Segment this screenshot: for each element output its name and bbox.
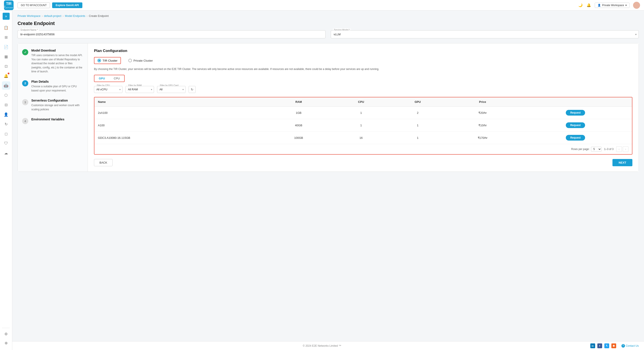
sidebar-item-alert[interactable]: 🔔: [2, 72, 10, 80]
notifications-icon[interactable]: 🔔: [586, 3, 591, 8]
sidebar-item-ai[interactable]: 🤖: [2, 81, 10, 90]
cell-gpu-0: 2: [389, 107, 446, 119]
cell-cpu-2: 16: [333, 132, 389, 144]
table-row: A100 40GB 1 1 ₹10/hr Request: [94, 119, 632, 132]
step-2-desc: Choose a suitable plan of GPU or CPU bas…: [31, 84, 83, 93]
workspace-selector[interactable]: 👤 Private Workspace ▾: [595, 3, 630, 8]
sidebar-item-clipboard[interactable]: 📋: [2, 24, 10, 32]
contact-icon: ?: [622, 344, 625, 347]
explore-genai-button[interactable]: Explore GenAI API: [52, 3, 82, 8]
cluster-description: By choosing the TIR Cluster, your servic…: [94, 67, 632, 71]
plan-table: Name RAM CPU GPU Price 2xA100 1GB 1: [94, 97, 632, 144]
step-4: 4 Environment Variables: [22, 118, 83, 124]
filter-gpu-select[interactable]: All A100 H100: [157, 86, 186, 93]
step-2-title: Plan Details: [31, 80, 83, 83]
cell-price-0: ₹20/hr: [446, 107, 519, 119]
serving-model-select[interactable]: vLLM Triton Custom: [331, 30, 639, 38]
linkedin-icon[interactable]: in: [590, 343, 595, 348]
cell-price-2: ₹170/hr: [446, 132, 519, 144]
sidebar-item-table[interactable]: ⊟: [2, 101, 10, 109]
pagination-info: 1–3 of 3: [604, 148, 614, 151]
nav-buttons: GO TO MYACCOUNT Explore GenAI API: [18, 3, 82, 8]
sidebar-item-sync[interactable]: ↻: [2, 120, 10, 128]
chevron-right-icon: »: [5, 14, 7, 18]
cell-action-0: Request: [519, 107, 632, 119]
sidebar-item-dashboard[interactable]: ⊞: [2, 33, 10, 42]
logo: TIR AI PLATFORM: [4, 1, 14, 10]
step-3-circle: 3: [22, 99, 28, 105]
serving-model-select-wrapper: vLLM Triton Custom ▾: [331, 30, 639, 38]
sidebar: » 📋 ⊞ 📄 ▦ ⊡ 🔔 🤖 ⬡ ⊟ 👤 ↻ ◻ 🛡 ☁ ⚙ ⊕: [0, 11, 12, 350]
table-header: Name RAM CPU GPU Price: [94, 97, 632, 107]
sidebar-item-shield[interactable]: 🛡: [2, 139, 10, 148]
cell-ram-2: 100GB: [264, 132, 333, 144]
col-ram: RAM: [264, 97, 333, 107]
breadcrumb-create-endpoint: Create Endpoint: [89, 15, 109, 18]
breadcrumb-default-project[interactable]: default-project: [44, 15, 61, 18]
cell-ram-1: 40GB: [264, 119, 333, 132]
avatar[interactable]: [633, 2, 640, 9]
request-button-2[interactable]: Request: [566, 135, 585, 140]
filter-ram-select[interactable]: All RAM 1GB 8GB 16GB 32GB 40GB 100GB: [126, 86, 154, 93]
theme-toggle-icon[interactable]: 🌙: [578, 3, 583, 8]
action-row: BACK NEXT: [94, 159, 632, 166]
page-title: Create Endpoint: [18, 21, 639, 26]
next-button[interactable]: NEXT: [612, 159, 632, 166]
tir-cluster-tab[interactable]: TIR Cluster: [94, 57, 121, 64]
sidebar-item-settings[interactable]: ⚙: [2, 330, 10, 338]
back-button[interactable]: BACK: [94, 159, 112, 166]
col-price: Price: [446, 97, 519, 107]
sidebar-item-layers[interactable]: ⊡: [2, 62, 10, 70]
footer-right: in f 𝕏 ◉ ? Contact Us: [590, 343, 639, 348]
contact-label: Contact Us: [626, 344, 639, 347]
sidebar-item-box[interactable]: ◻: [2, 130, 10, 138]
main-content: Private Workspace › default-project › Mo…: [12, 11, 644, 350]
sidebar-item-nodes[interactable]: ⬡: [2, 91, 10, 99]
twitter-icon[interactable]: 𝕏: [604, 343, 609, 348]
breadcrumb-model-endpoints[interactable]: Model Endpoints: [65, 15, 85, 18]
request-button-1[interactable]: Request: [566, 122, 585, 128]
gpu-tab[interactable]: GPU: [94, 75, 109, 82]
cell-name-2: GDC3.A10080-16.115GB: [94, 132, 264, 144]
endpoint-name-input[interactable]: [18, 30, 326, 38]
sidebar-item-user[interactable]: 👤: [2, 110, 10, 119]
sidebar-item-help[interactable]: ⊕: [2, 339, 10, 347]
step-3-desc: Customize storage and worker count with …: [31, 103, 83, 111]
pagination-nav: ‹ ›: [616, 146, 628, 152]
next-page-button[interactable]: ›: [623, 146, 628, 152]
sidebar-item-grid[interactable]: ▦: [2, 52, 10, 61]
cell-action-2: Request: [519, 132, 632, 144]
rows-per-page-select[interactable]: 5 10 25: [591, 147, 602, 151]
cpu-tab[interactable]: CPU: [109, 75, 124, 82]
cell-cpu-1: 1: [333, 119, 389, 132]
topnav: TIR AI PLATFORM GO TO MYACCOUNT Explore …: [0, 0, 644, 11]
step-3-content: Serverless Configuration Customize stora…: [31, 99, 83, 111]
sidebar-toggle-button[interactable]: »: [3, 13, 10, 20]
contact-us-link[interactable]: ? Contact Us: [622, 344, 639, 347]
rss-icon[interactable]: ◉: [611, 343, 616, 348]
refresh-button[interactable]: ↻: [188, 86, 196, 93]
filter-cpu-select[interactable]: All vCPU 1 vCPU 2 vCPU 4 vCPU 8 vCPU 16 …: [94, 86, 122, 93]
cell-name-0: 2xA100: [94, 107, 264, 119]
workspace-chevron-icon: ▾: [626, 4, 627, 7]
go-to-myaccount-button[interactable]: GO TO MYACCOUNT: [18, 3, 50, 8]
table-header-row: Name RAM CPU GPU Price: [94, 97, 632, 107]
private-cluster-tab[interactable]: Private Cluster: [125, 57, 156, 64]
sidebar-item-document[interactable]: 📄: [2, 43, 10, 51]
breadcrumb: Private Workspace › default-project › Mo…: [18, 15, 639, 18]
table-footer: Rows per page: 5 10 25 1–3 of 3 ‹ ›: [94, 144, 632, 154]
breadcrumb-sep-3: ›: [86, 15, 88, 18]
request-button-0[interactable]: Request: [566, 110, 585, 116]
sidebar-item-cloud[interactable]: ☁: [2, 149, 10, 157]
step-4-circle: 4: [22, 118, 28, 124]
breadcrumb-private-workspace[interactable]: Private Workspace: [18, 15, 40, 18]
serving-model-group: Serving Model * vLLM Triton Custom ▾: [331, 30, 639, 38]
col-name: Name: [94, 97, 264, 107]
cluster-tabs: TIR Cluster Private Cluster: [94, 57, 632, 64]
facebook-icon[interactable]: f: [597, 343, 602, 348]
notification-badge: [8, 73, 10, 74]
prev-page-button[interactable]: ‹: [616, 146, 622, 152]
cell-cpu-0: 1: [333, 107, 389, 119]
cell-name-1: A100: [94, 119, 264, 132]
step-1-content: Model Download TIR uses containers to se…: [31, 49, 83, 74]
